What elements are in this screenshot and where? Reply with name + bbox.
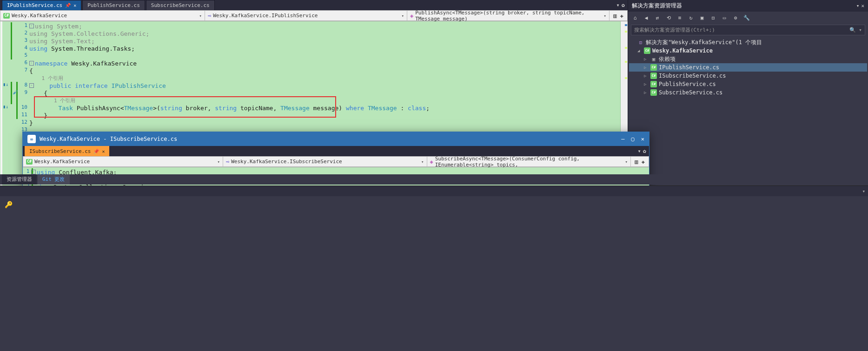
fold-icon[interactable]: -: [29, 61, 34, 66]
tab-ipublishservice[interactable]: IPublishService.cs 📌 ✕: [2, 0, 81, 10]
scope-name: Wesky.KafkaService.IPublishService: [213, 13, 318, 19]
dropdown-icon[interactable]: ▾: [856, 3, 860, 9]
file-ipublishservice[interactable]: ▷ C# IPublishService.cs: [629, 63, 867, 72]
expander-icon[interactable]: ▷: [644, 73, 649, 78]
pin-icon[interactable]: 📌: [65, 3, 71, 8]
close-icon[interactable]: ✕: [102, 149, 105, 154]
file-label: ISubscribeService.cs: [659, 73, 726, 79]
scope-dropdown[interactable]: ⊸ Wesky.KafkaService.ISubscribeService: [223, 156, 427, 167]
preview-icon[interactable]: ▭: [720, 13, 729, 22]
solution-search[interactable]: 搜索解决方案资源管理器(Ctrl+;) 🔍 ▾: [631, 25, 865, 35]
maximize-icon[interactable]: ▢: [631, 136, 635, 142]
tab-resource-explorer[interactable]: 资源管理器: [2, 174, 37, 185]
dependencies-icon: ▣: [650, 56, 657, 62]
expander-icon[interactable]: ▷: [644, 82, 649, 86]
properties-dropdown[interactable]: ▾: [862, 186, 865, 196]
scope-dropdown[interactable]: ⊸ Wesky.KafkaService.IPublishService: [205, 10, 407, 21]
switch-icon[interactable]: ⇄: [653, 13, 662, 22]
member-name: PublishAsync<TMessage>(string broker, st…: [415, 10, 606, 22]
project-label: Wesky.KafkaService: [652, 47, 713, 54]
document-tab-bar-2: ISubscribeService.cs 📌 ✕ ▾ ✿: [23, 146, 649, 156]
search-icon[interactable]: 🔍 ▾: [849, 27, 862, 33]
expander-icon[interactable]: ▷: [644, 57, 649, 61]
member-name: SubscribeAsync<TMessage>(ConsumerConfig …: [435, 156, 628, 168]
bookmark-icon[interactable]: ▮↓: [2, 103, 9, 110]
settings-icon[interactable]: ✿: [622, 2, 625, 8]
expander-icon[interactable]: ◢: [637, 48, 642, 53]
properties-panel: ▾ 🔑: [0, 185, 868, 351]
fold-icon[interactable]: -: [29, 83, 34, 88]
window-title: Wesky.KafkaService - ISubscribeService.c…: [40, 136, 177, 142]
solution-toolbar: ⌂ ◀ ⇄ ⟲ ≡ ↻ ▣ ⊡ ▭ ⚙ 🔧: [628, 12, 868, 24]
interface-icon: ⊸: [226, 159, 229, 165]
search-placeholder: 搜索解决方案资源管理器(Ctrl+;): [634, 26, 715, 33]
minimize-icon[interactable]: —: [621, 136, 624, 142]
tab-isubscribeservice[interactable]: ISubscribeService.cs 📌 ✕: [25, 146, 109, 156]
fold-icon[interactable]: -: [31, 170, 36, 174]
split-icon[interactable]: ▥ ✚: [609, 10, 628, 21]
panel-title: 解决方案资源管理器: [632, 2, 682, 10]
tab-overflow-icon[interactable]: ▾: [616, 2, 620, 8]
pin-icon[interactable]: 📌: [93, 149, 99, 154]
tab-publishservice[interactable]: PublishService.cs: [82, 0, 145, 10]
solution-explorer-header[interactable]: 解决方案资源管理器 ▾ ✕: [628, 0, 868, 12]
fold-icon[interactable]: -: [29, 24, 34, 28]
codelens-references[interactable]: 1 个引用: [29, 75, 63, 82]
back-icon[interactable]: ◀: [642, 13, 650, 22]
filter-icon[interactable]: ≡: [676, 13, 684, 22]
lightbulb-icon[interactable]: 🖌: [12, 89, 18, 95]
codelens-references[interactable]: 1 个引用: [29, 97, 75, 104]
close-icon[interactable]: ✕: [641, 136, 644, 142]
csharp-file-icon: C#: [650, 73, 657, 79]
tab-label: SubscribeService.cs: [151, 2, 210, 8]
solution-node[interactable]: ◫ 解决方案"Wesky.KafkaService"(1 个项目: [629, 38, 867, 46]
file-subscribeservice[interactable]: ▷ C# SubscribeService.cs: [629, 88, 867, 97]
project-name: Wesky.KafkaService: [12, 13, 67, 19]
bookmark-icon[interactable]: ▮↓: [2, 81, 9, 87]
method-icon: ◈: [430, 159, 433, 165]
project-dropdown[interactable]: C# Wesky.KafkaService: [23, 156, 223, 167]
expander-icon[interactable]: ▷: [644, 90, 649, 95]
solution-icon: ◫: [637, 39, 644, 46]
key-icon: 🔑: [5, 201, 13, 208]
bottom-panel-tabs: 资源管理器 Git 更改: [0, 174, 868, 185]
member-dropdown[interactable]: ◈ PublishAsync<TMessage>(string broker, …: [407, 10, 609, 21]
file-label: PublishService.cs: [659, 81, 716, 87]
editor-nav-bar-2: C# Wesky.KafkaService ⊸ Wesky.KafkaServi…: [23, 156, 649, 167]
properties-icon[interactable]: ⚙: [731, 13, 740, 22]
dependencies-node[interactable]: ▷ ▣ 依赖项: [629, 55, 867, 63]
sync-icon[interactable]: ⟲: [664, 13, 673, 22]
collapse-icon[interactable]: ▣: [698, 13, 706, 22]
file-isubscribeservice[interactable]: ▷ C# ISubscribeService.cs: [629, 72, 867, 80]
csharp-icon: C#: [26, 159, 33, 165]
solution-tree: ◫ 解决方案"Wesky.KafkaService"(1 个项目 ◢ C# We…: [628, 36, 868, 99]
project-name: Wesky.KafkaService: [34, 159, 90, 165]
scope-name: Wesky.KafkaService.ISubscribeService: [231, 159, 342, 165]
solution-explorer: 解决方案资源管理器 ▾ ✕ ⌂ ◀ ⇄ ⟲ ≡ ↻ ▣ ⊡ ▭ ⚙ 🔧 搜索解决…: [628, 0, 868, 351]
show-all-icon[interactable]: ⊡: [709, 13, 717, 22]
interface-icon: ⊸: [208, 13, 211, 19]
expander-icon[interactable]: ▷: [644, 65, 649, 70]
tab-subscribeservice[interactable]: SubscribeService.cs: [146, 0, 215, 10]
refresh-icon[interactable]: ↻: [687, 13, 695, 22]
tab-git-changes[interactable]: Git 更改: [38, 174, 70, 185]
editor-nav-bar-1: C# Wesky.KafkaService ⊸ Wesky.KafkaServi…: [0, 10, 628, 21]
csharp-icon: C#: [3, 13, 10, 19]
split-icon[interactable]: ▥ ✚: [630, 156, 649, 167]
file-label: IPublishService.cs: [659, 64, 719, 71]
wrench-icon[interactable]: 🔧: [742, 13, 751, 22]
member-dropdown[interactable]: ◈ SubscribeAsync<TMessage>(ConsumerConfi…: [427, 156, 631, 167]
tab-label: IPublishService.cs: [7, 2, 62, 8]
settings-icon[interactable]: ✿: [643, 148, 646, 154]
tab-label: ISubscribeService.cs: [29, 148, 91, 154]
close-icon[interactable]: ✕: [861, 3, 864, 9]
vs-icon: ∞: [27, 135, 36, 143]
home-icon[interactable]: ⌂: [631, 13, 639, 22]
close-icon[interactable]: ✕: [73, 3, 76, 8]
tab-overflow-icon[interactable]: ▾: [638, 148, 641, 154]
project-node[interactable]: ◢ C# Wesky.KafkaService: [629, 46, 867, 55]
project-dropdown[interactable]: C# Wesky.KafkaService: [0, 10, 205, 21]
dependencies-label: 依赖项: [659, 55, 676, 63]
file-publishservice[interactable]: ▷ C# PublishService.cs: [629, 80, 867, 88]
window-titlebar[interactable]: ∞ Wesky.KafkaService - ISubscribeService…: [23, 132, 649, 146]
